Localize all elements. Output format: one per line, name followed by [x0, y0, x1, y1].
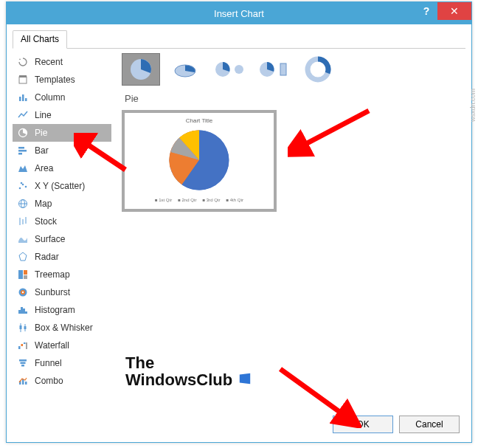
svg-rect-40: [21, 362, 26, 365]
sidebar-item-label: Treemap: [35, 269, 70, 280]
sidebar-item-label: Line: [35, 110, 52, 120]
sunburst-icon: [17, 286, 29, 298]
svg-point-26: [22, 292, 24, 293]
svg-rect-29: [23, 309, 25, 314]
ok-button[interactable]: OK: [333, 416, 393, 433]
area-icon: [17, 162, 29, 174]
sidebar-item-area[interactable]: Area: [13, 159, 111, 177]
sidebar-item-funnel[interactable]: Funnel: [13, 354, 111, 372]
sidebar-item-label: Sunburst: [35, 287, 70, 297]
sidebar-item-label: Funnel: [35, 358, 62, 368]
sidebar-item-label: Recent: [35, 57, 63, 67]
cancel-button[interactable]: Cancel: [399, 416, 460, 433]
svg-rect-23: [24, 275, 27, 279]
source-credit: wsxdn.com: [469, 89, 477, 122]
histogram-icon: [17, 304, 29, 316]
svg-rect-22: [24, 270, 27, 275]
svg-marker-20: [19, 252, 27, 261]
sidebar-item-label: Map: [35, 199, 52, 209]
stock-icon: [17, 216, 29, 227]
chart-category-list: Recent Templates Column Line Pie Bar Are…: [13, 53, 111, 390]
titlebar: Insert Chart ? ✕: [7, 2, 471, 24]
tabs: All Charts: [13, 30, 465, 49]
subtype-label: Pie: [125, 93, 465, 104]
svg-point-10: [19, 187, 21, 190]
combo-icon: [17, 375, 29, 387]
sidebar-item-surface[interactable]: Surface: [13, 230, 111, 248]
subtype-pie[interactable]: [122, 53, 160, 86]
sidebar-item-label: Box & Whisker: [35, 323, 93, 333]
sidebar-item-recent[interactable]: Recent: [13, 53, 111, 71]
map-icon: [17, 198, 29, 210]
sidebar-item-label: Combo: [35, 376, 63, 386]
svg-rect-41: [21, 365, 24, 367]
column-icon: [17, 92, 29, 103]
svg-rect-6: [18, 147, 24, 149]
svg-rect-30: [25, 311, 27, 314]
svg-rect-51: [280, 63, 286, 75]
svg-point-11: [22, 184, 24, 186]
sidebar-item-line[interactable]: Line: [13, 106, 111, 124]
subtype-doughnut[interactable]: [299, 53, 337, 86]
sidebar-item-histogram[interactable]: Histogram: [13, 301, 111, 319]
funnel-icon: [17, 357, 29, 369]
sidebar-item-templates[interactable]: Templates: [13, 71, 111, 89]
svg-rect-38: [26, 342, 27, 349]
svg-point-12: [25, 186, 27, 188]
sidebar-item-stock[interactable]: Stock: [13, 213, 111, 230]
treemap-icon: [17, 269, 29, 280]
sidebar-item-label: Waterfall: [35, 340, 69, 351]
help-button[interactable]: ?: [415, 2, 437, 20]
close-button[interactable]: ✕: [437, 2, 471, 20]
subtype-pie-of-pie[interactable]: [210, 53, 249, 86]
svg-rect-0: [19, 77, 27, 83]
svg-rect-3: [22, 94, 24, 101]
preview-legend: 1st Qtr2nd Qtr3rd Qtr4th Qtr: [129, 198, 269, 202]
watermark: The WindowsClub: [125, 354, 252, 388]
windowsclub-logo-icon: [238, 372, 252, 385]
sidebar-item-label: Pie: [35, 128, 47, 138]
surface-icon: [17, 233, 29, 245]
sidebar-item-scatter[interactable]: X Y (Scatter): [13, 177, 111, 195]
pie-icon: [17, 127, 29, 139]
window-title: Insert Chart: [7, 8, 471, 19]
sidebar-item-label: Column: [35, 92, 65, 103]
sidebar-item-label: Templates: [35, 75, 75, 85]
svg-rect-8: [18, 153, 22, 155]
sidebar-item-pie[interactable]: Pie: [13, 124, 111, 142]
sidebar-item-boxwhisker[interactable]: Box & Whisker: [13, 319, 111, 337]
sidebar-item-column[interactable]: Column: [13, 89, 111, 106]
recent-icon: [17, 56, 29, 68]
svg-marker-9: [18, 165, 27, 172]
svg-rect-27: [18, 310, 21, 314]
bar-icon: [17, 145, 29, 156]
templates-icon: [17, 74, 29, 86]
svg-rect-44: [25, 382, 27, 385]
line-icon: [17, 109, 29, 121]
sidebar-item-map[interactable]: Map: [13, 195, 111, 213]
tab-all-charts[interactable]: All Charts: [13, 30, 67, 49]
subtype-bar-of-pie[interactable]: [254, 53, 293, 86]
svg-rect-1: [19, 75, 27, 77]
main-panel: Pie Chart Title: [122, 53, 465, 390]
sidebar-item-waterfall[interactable]: Waterfall: [13, 337, 111, 354]
svg-rect-36: [21, 344, 24, 346]
preview-title: Chart Title: [129, 117, 269, 124]
sidebar-item-sunburst[interactable]: Sunburst: [13, 283, 111, 301]
subtype-row: [122, 53, 465, 86]
sidebar-item-combo[interactable]: Combo: [13, 372, 111, 390]
preview-chart: [129, 127, 269, 193]
sidebar-item-bar[interactable]: Bar: [13, 142, 111, 159]
scatter-icon: [17, 180, 29, 192]
svg-rect-7: [18, 150, 27, 152]
subtype-3d-pie[interactable]: [166, 53, 204, 86]
sidebar-item-label: X Y (Scatter): [35, 181, 85, 191]
sidebar-item-label: Histogram: [35, 305, 75, 315]
svg-rect-34: [24, 326, 27, 329]
svg-rect-39: [19, 359, 27, 362]
box-whisker-icon: [17, 322, 29, 334]
chart-preview[interactable]: Chart Title 1st Qtr2nd Q: [122, 110, 277, 212]
sidebar-item-treemap[interactable]: Treemap: [13, 266, 111, 283]
dialog-footer: OK Cancel: [333, 416, 460, 433]
sidebar-item-radar[interactable]: Radar: [13, 248, 111, 266]
